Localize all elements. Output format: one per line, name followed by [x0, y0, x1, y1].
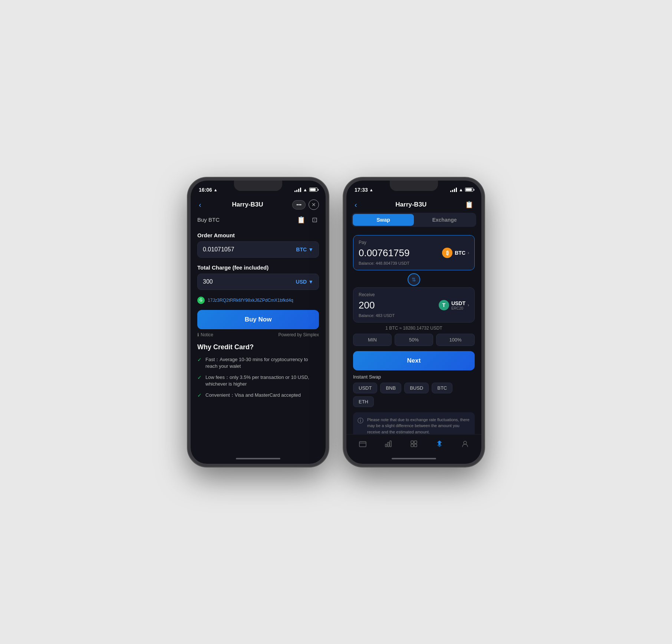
- charge-currency-label: USD: [296, 279, 307, 285]
- time-display-2: 17:33: [355, 187, 368, 193]
- tab-exchange[interactable]: Exchange: [414, 214, 475, 226]
- swap-toggle-button[interactable]: ⇅: [408, 273, 420, 286]
- notes-icon-2[interactable]: 📋: [464, 199, 475, 210]
- quick-row: MIN 50% 100%: [353, 334, 475, 346]
- close-icon-1: ✕: [312, 202, 316, 208]
- receive-coin-selector[interactable]: T USDT ERC20 ›: [439, 300, 469, 310]
- sub-title-1: Buy BTC: [197, 217, 220, 223]
- signal-icon-1: [294, 188, 301, 192]
- pay-balance-row: Balance: 448.804739 USDT: [359, 261, 469, 265]
- receive-amount: 200: [359, 300, 375, 311]
- pay-card: Pay 0.00761759 ₿ BTC › Balance:: [353, 235, 475, 270]
- svg-point-8: [464, 441, 467, 444]
- receive-coin-name: USDT: [451, 300, 465, 306]
- chart-nav-icon: [384, 440, 392, 450]
- document-icon-1[interactable]: 📋: [296, 214, 307, 225]
- pay-label: Pay: [359, 240, 469, 245]
- tab-bar: Swap Exchange: [352, 213, 476, 227]
- benefit-text-2: Low fees：only 3.5% per transaction or 10…: [205, 374, 319, 387]
- status-icons-2: ▲: [450, 187, 473, 192]
- instant-tag-bnb[interactable]: BNB: [380, 383, 401, 393]
- home-bar-1: [236, 458, 280, 459]
- svg-rect-5: [414, 441, 417, 443]
- next-button[interactable]: Next: [353, 351, 475, 370]
- pay-row: 0.00761759 ₿ BTC ›: [359, 247, 469, 259]
- buy-now-button[interactable]: Buy Now: [197, 310, 319, 329]
- nav-title-2: Harry-B3U: [395, 201, 426, 208]
- home-bar-2: [392, 458, 436, 459]
- receive-coin-chevron: ›: [468, 303, 469, 308]
- bottom-nav: [346, 434, 481, 453]
- pay-coin-selector[interactable]: ₿ BTC ›: [442, 248, 469, 258]
- order-currency[interactable]: BTC ▼: [296, 247, 313, 252]
- volume-down-button-2: [343, 258, 344, 277]
- svg-rect-2: [388, 442, 389, 447]
- phone-1: 16:06 ▲ ▲ ‹: [188, 178, 329, 467]
- usdt-icon: T: [439, 300, 449, 310]
- pay-amount: 0.00761759: [359, 247, 409, 259]
- pay-balance-value: 448.804739 USDT: [376, 261, 409, 265]
- scan-icon-1[interactable]: ⊡: [310, 214, 319, 225]
- order-chevron: ▼: [308, 247, 313, 252]
- battery-icon-2: [465, 188, 473, 192]
- bottom-nav-wallet[interactable]: [355, 438, 370, 451]
- receive-label: Receive: [359, 292, 469, 297]
- nav-actions-1: ••• ✕: [292, 199, 319, 210]
- disclaimer-box: ⓘ Please note that due to exchange rate …: [353, 412, 475, 434]
- back-button-2[interactable]: ‹: [353, 199, 359, 211]
- svg-rect-0: [359, 442, 366, 447]
- wifi-icon-2: ▲: [459, 187, 463, 192]
- receive-card: Receive 200 T USDT ERC20 ›: [353, 287, 475, 323]
- order-input-box[interactable]: 0.01071057 BTC ▼: [197, 241, 319, 258]
- hundred-percent-button[interactable]: 100%: [436, 334, 475, 346]
- back-button-1[interactable]: ‹: [197, 199, 203, 211]
- min-button[interactable]: MIN: [353, 334, 392, 346]
- notice-label: Notice: [201, 332, 213, 337]
- instant-tag-eth[interactable]: ETH: [353, 396, 374, 407]
- power-button: [328, 225, 329, 247]
- benefit-text-3: Convenient：Visa and MasterCard accepted: [205, 392, 301, 399]
- svg-rect-3: [390, 441, 391, 447]
- volume-up-button-2: [343, 234, 344, 253]
- btc-symbol: ₿: [446, 250, 449, 256]
- charge-value: 300: [203, 278, 213, 285]
- charge-currency[interactable]: USD ▼: [296, 279, 313, 285]
- charge-input-box[interactable]: 300 USD ▼: [197, 274, 319, 290]
- phone-2: 17:33 ▲ ▲ ‹: [343, 178, 484, 467]
- nav-title-1: Harry-B3U: [232, 201, 263, 208]
- more-button-1[interactable]: •••: [292, 200, 306, 209]
- notice-icon: ℹ: [197, 332, 199, 337]
- order-value: 0.01071057: [203, 246, 234, 253]
- wallet-nav-icon: [359, 440, 367, 450]
- notice-row: ℹ Notice Powered by Simplex: [197, 332, 319, 337]
- why-title: Why Credit Card?: [197, 343, 319, 351]
- address-text: 17Jz3RQ2tRRk6fY98xkJ6ZPdCmX1bfkd4q: [208, 298, 293, 303]
- bottom-nav-profile[interactable]: [457, 438, 473, 451]
- bottom-nav-apps[interactable]: [406, 438, 422, 451]
- receive-balance-row: Balance: 483 USDT: [359, 313, 469, 318]
- fifty-percent-button[interactable]: 50%: [395, 334, 433, 346]
- phone-frame-1: 16:06 ▲ ▲ ‹: [188, 178, 329, 467]
- profile-nav-icon: [461, 440, 469, 450]
- swap-arrows-icon: ⇅: [412, 277, 416, 283]
- instant-tag-busd[interactable]: BUSD: [404, 383, 429, 393]
- benefit-item-2: ✓ Low fees：only 3.5% per transaction or …: [197, 374, 319, 387]
- sub-icons-1: 📋 ⊡: [296, 214, 319, 225]
- nav-bar-1: ‹ Harry-B3U ••• ✕: [191, 197, 326, 213]
- home-indicator-2: [346, 453, 481, 464]
- bottom-nav-chart[interactable]: [381, 438, 396, 451]
- pay-coin-name: BTC: [455, 250, 465, 256]
- phone-frame-2: 17:33 ▲ ▲ ‹: [343, 178, 484, 467]
- notch-1: [234, 181, 282, 191]
- close-button-1[interactable]: ✕: [309, 199, 319, 210]
- tab-swap[interactable]: Swap: [353, 214, 414, 226]
- notice-left: ℹ Notice: [197, 332, 213, 337]
- instant-tag-usdt[interactable]: USDT: [353, 383, 377, 393]
- status-time-1: 16:06 ▲: [199, 187, 218, 193]
- swap-nav-icon: [435, 440, 444, 450]
- benefit-item-3: ✓ Convenient：Visa and MasterCard accepte…: [197, 392, 319, 399]
- content-1: Order Amount 0.01071057 BTC ▼ Total Char…: [191, 228, 326, 453]
- svg-rect-4: [411, 441, 414, 443]
- bottom-nav-swap-active[interactable]: [432, 438, 447, 451]
- instant-tag-btc[interactable]: BTC: [432, 383, 452, 393]
